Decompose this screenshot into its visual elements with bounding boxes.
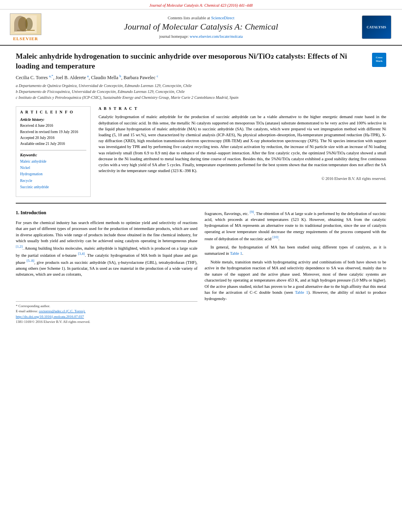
- journal-header: ELSEVIER Contents lists available at Sci…: [0, 9, 402, 46]
- body-columns: 1. Introduction For years the chemical i…: [16, 209, 386, 325]
- affiliation-b: b Departamento de Fisicoquímica, Univers…: [16, 89, 386, 95]
- doi-line: http://dx.doi.org/10.1016/j.molcata.2016…: [16, 314, 197, 319]
- paper-title-text: Maleic anhydride hydrogenation to succin…: [16, 52, 368, 71]
- ref-9[interactable]: [9]: [250, 210, 254, 214]
- keywords-list: Maleic anhydride Nickel Hydrogenation Re…: [20, 158, 86, 190]
- email-link[interactable]: cectorres@udec.cl (C.C. Torres).: [39, 309, 85, 313]
- elsevier-logo-image: [10, 13, 41, 35]
- table-1-link[interactable]: Table 1: [230, 251, 242, 256]
- journal-title: Journal of Molecular Catalysis A: Chemic…: [43, 22, 359, 32]
- copyright-line: © 2016 Elsevier B.V. All rights reserved…: [99, 176, 386, 181]
- received-revised-date: Received in revised form 19 July 2016: [20, 129, 86, 135]
- keywords-label: Keywords:: [20, 153, 86, 157]
- section-divider: [16, 203, 386, 204]
- available-date: Available online 21 July 2016: [20, 141, 86, 147]
- article-info-panel: A R T I C L E I N F O Article history: R…: [16, 106, 91, 196]
- journal-topbar: Journal of Molecular Catalysis A: Chemic…: [0, 0, 402, 9]
- received-date: Received 4 June 2016: [20, 123, 86, 129]
- keyword-1[interactable]: Maleic anhydride: [20, 158, 86, 165]
- homepage-url[interactable]: www.elsevier.com/locate/molcata: [190, 34, 243, 39]
- intro-para-1: For years the chemical industry has sear…: [16, 220, 197, 278]
- email-line: E-mail address: cectorres@udec.cl (C.C. …: [16, 309, 197, 314]
- catalysis-logo: CATALYSIS: [359, 15, 394, 39]
- abstract-text: Catalytic hydrogenation of maleic anhydr…: [99, 114, 386, 174]
- svg-text:Mark: Mark: [376, 59, 382, 63]
- catalysis-logo-box: CATALYSIS: [362, 15, 391, 39]
- ref-10[interactable]: [10]: [272, 235, 278, 239]
- elsevier-text: ELSEVIER: [13, 36, 38, 41]
- svg-point-2: [25, 18, 33, 30]
- ref-1-2[interactable]: [1,2]: [16, 245, 22, 248]
- ref-5-8[interactable]: [5–8]: [26, 259, 34, 263]
- keyword-4[interactable]: Recycle: [20, 178, 86, 184]
- right-para-2: In general, the hydrogenation of MA has …: [205, 244, 386, 256]
- right-para-3: Noble metals, transition metals with hyd…: [205, 259, 386, 302]
- table-1-link-2[interactable]: Table 1: [295, 290, 308, 295]
- body-col-left: 1. Introduction For years the chemical i…: [16, 209, 197, 325]
- journal-header-center: Contents lists available at ScienceDirec…: [43, 16, 359, 38]
- corresponding-author: * Corresponding author.: [16, 304, 197, 309]
- history-label: Article history:: [20, 117, 86, 122]
- article-history: Article history: Received 4 June 2016 Re…: [20, 117, 86, 147]
- issn-line: 1381-1169/© 2016 Elsevier B.V. All right…: [16, 319, 197, 325]
- abstract-section: A B S T R A C T Catalytic hydrogenation …: [99, 106, 386, 196]
- catalysis-label: CATALYSIS: [367, 25, 386, 29]
- keyword-2[interactable]: Nickel: [20, 165, 86, 171]
- paper-title-block: Maleic anhydride hydrogenation to succin…: [16, 52, 386, 71]
- keyword-5[interactable]: Succinic anhydride: [20, 184, 86, 190]
- introduction-heading: 1. Introduction: [16, 209, 197, 217]
- affiliation-a: a Departamento de Química Orgánica, Univ…: [16, 83, 386, 89]
- homepage-label: journal homepage:: [159, 34, 189, 39]
- footnote-area: * Corresponding author. E-mail address: …: [16, 301, 197, 325]
- authors-line: Cecilia C. Torres a,*, Joel B. Alderete …: [16, 74, 386, 81]
- doi-link[interactable]: http://dx.doi.org/10.1016/j.molcata.2016…: [16, 315, 84, 319]
- contents-text: Contents lists available at: [168, 16, 210, 20]
- article-info-abstract: A R T I C L E I N F O Article history: R…: [16, 106, 386, 196]
- journal-link: Journal of Molecular Catalysis A: Chemic…: [149, 3, 253, 7]
- contents-available-line: Contents lists available at ScienceDirec…: [43, 16, 359, 20]
- keyword-3[interactable]: Hydrogenation: [20, 171, 86, 177]
- article-info-heading: A R T I C L E I N F O: [20, 110, 86, 114]
- svg-point-1: [18, 17, 28, 31]
- abstract-heading: A B S T R A C T: [99, 106, 386, 111]
- svg-text:Cross: Cross: [376, 56, 383, 59]
- divider-info: [20, 150, 86, 150]
- footnote-block: * Corresponding author. E-mail address: …: [16, 301, 197, 325]
- ref-3-4[interactable]: [3,4]: [78, 252, 85, 256]
- crossmark-logo: Cross Mark: [372, 53, 386, 67]
- email-label: E-mail address:: [16, 309, 38, 313]
- affiliations: a Departamento de Química Orgánica, Univ…: [16, 83, 386, 100]
- keywords-section: Keywords: Maleic anhydride Nickel Hydrog…: [20, 153, 86, 190]
- affiliation-c: c Instituto de Catálisis y Petroleoquími…: [16, 95, 386, 100]
- right-para-1: fragrances, flavorings, etc. [9]. The ob…: [205, 209, 386, 242]
- homepage-line: journal homepage: www.elsevier.com/locat…: [43, 34, 359, 39]
- accepted-date: Accepted 20 July 2016: [20, 135, 86, 141]
- authors-text: Cecilia C. Torres a,*, Joel B. Alderete …: [16, 75, 158, 80]
- elsevier-logo: ELSEVIER: [8, 13, 43, 41]
- paper-body: Maleic anhydride hydrogenation to succin…: [0, 46, 402, 333]
- body-col-right: fragrances, flavorings, etc. [9]. The ob…: [205, 209, 386, 325]
- sciencedirect-link[interactable]: ScienceDirect: [211, 16, 234, 20]
